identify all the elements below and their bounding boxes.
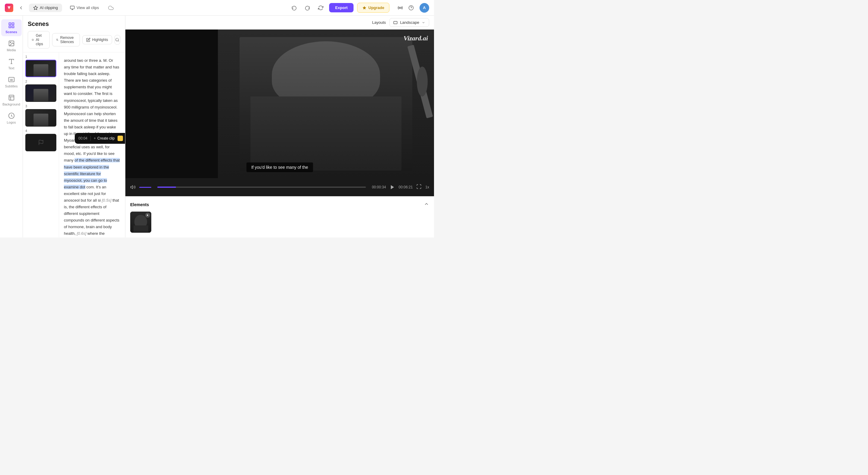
video-area: Vizard.ai If you'd like to see many of t… <box>125 30 434 196</box>
svg-marker-25 <box>147 214 149 216</box>
scenes-title: Scenes <box>28 21 120 27</box>
transcript-p1: around two or three a. M. Or any time fo… <box>64 57 120 238</box>
left-sidebar: Scenes Media Text Subtitles Background <box>0 16 23 238</box>
scenes-body: 1 2 <box>23 53 125 238</box>
scenes-header: Scenes Get AI clips Remove Silences High… <box>23 16 125 53</box>
video-frame: Vizard.ai If you'd like to see many of t… <box>125 30 434 178</box>
elements-title: Elements <box>130 202 149 207</box>
video-caption: If you'd like to see many of the <box>247 162 313 172</box>
svg-point-19 <box>116 38 119 41</box>
ai-clipping-tab[interactable]: AI clipping <box>29 4 62 12</box>
highlights-button[interactable]: Highlights <box>82 35 112 44</box>
create-clip-popup-button[interactable]: + Create clip <box>94 135 115 141</box>
highlighted-text-1: of the different effects that have been … <box>64 158 120 189</box>
scenes-toolbar: Get AI clips Remove Silences Highlights <box>28 31 120 49</box>
svg-marker-23 <box>131 186 133 189</box>
media-icon <box>8 40 15 47</box>
video-watermark: Vizard.ai <box>404 34 428 42</box>
back-button[interactable] <box>17 4 25 12</box>
progress-bar[interactable] <box>157 187 366 188</box>
svg-marker-2 <box>363 6 366 9</box>
scene-thumb-3 <box>25 109 56 127</box>
undo-button[interactable] <box>289 3 299 13</box>
upgrade-button[interactable]: Upgrade <box>357 3 390 13</box>
redo-button[interactable] <box>303 3 312 13</box>
svg-rect-7 <box>12 23 13 25</box>
svg-rect-8 <box>9 26 10 28</box>
play-button[interactable] <box>390 185 395 190</box>
scene-item-1[interactable]: 1 <box>25 55 56 77</box>
help-icon[interactable] <box>406 3 416 13</box>
export-button[interactable]: Export <box>329 3 353 12</box>
svg-rect-9 <box>12 26 13 28</box>
svg-marker-0 <box>33 6 37 10</box>
svg-rect-15 <box>9 95 14 100</box>
elements-header: Elements <box>130 201 429 208</box>
progress-played <box>139 187 151 188</box>
transcript: 00:04 + Create clip ▼ Delete around two … <box>59 53 125 238</box>
scene-thumb-1 <box>25 60 56 77</box>
svg-rect-6 <box>9 23 10 25</box>
scenes-icon <box>8 22 15 29</box>
element-play-icon <box>145 213 150 218</box>
view-all-clips-tab[interactable]: View all clips <box>66 4 103 12</box>
speed-control[interactable]: 1x <box>425 185 429 189</box>
scene-item-2[interactable]: 2 <box>25 80 56 102</box>
time-total: 00:06:21 <box>399 185 413 189</box>
sidebar-item-scenes[interactable]: Scenes <box>1 19 22 36</box>
silence-tag-2: [0.5s] <box>102 198 112 202</box>
scene-item-4[interactable]: 4 <box>25 129 56 151</box>
right-panel: Layouts Landscape <box>125 16 434 238</box>
get-ai-clips-button[interactable]: Get AI clips <box>28 31 50 49</box>
remove-silences-button[interactable]: Remove Silences <box>52 33 80 46</box>
text-icon <box>8 58 15 65</box>
element-original[interactable]: Original <box>130 212 151 233</box>
scenes-list: 1 2 <box>23 53 59 238</box>
background-icon <box>8 94 15 101</box>
search-button[interactable] <box>115 35 120 44</box>
svg-rect-1 <box>70 6 74 9</box>
right-panel-header: Layouts Landscape <box>125 16 434 30</box>
sidebar-item-logos[interactable]: Logos <box>1 110 22 127</box>
sidebar-item-subtitles[interactable]: Subtitles <box>1 73 22 90</box>
fullscreen-button[interactable] <box>416 184 422 190</box>
app-logo <box>5 4 13 12</box>
volume-button[interactable] <box>130 185 135 190</box>
scene-thumb-2 <box>25 85 56 102</box>
landscape-select[interactable]: Landscape <box>390 18 429 27</box>
logos-icon <box>8 112 15 119</box>
svg-marker-17 <box>32 39 34 41</box>
settings-icon[interactable] <box>396 3 405 13</box>
sidebar-item-text[interactable]: Text <box>1 56 22 72</box>
main-area: Scenes Media Text Subtitles Background <box>0 16 434 238</box>
popup-time: 00:04 <box>79 135 87 141</box>
refresh-button[interactable] <box>316 3 326 13</box>
sidebar-item-background[interactable]: Background <box>1 92 22 108</box>
svg-rect-22 <box>394 21 398 24</box>
scenes-panel: Scenes Get AI clips Remove Silences High… <box>23 16 125 238</box>
video-content: Vizard.ai If you'd like to see many of t… <box>125 30 434 196</box>
color-picker-popup[interactable] <box>118 136 123 141</box>
topbar: AI clipping View all clips Export Upgrad… <box>0 0 434 16</box>
elements-section: Elements Original <box>125 196 434 238</box>
selection-popup: 00:04 + Create clip ▼ Delete <box>75 133 125 144</box>
scene-item-3[interactable]: 3 <box>25 104 56 127</box>
popup-divider <box>90 136 91 141</box>
sidebar-item-media[interactable]: Media <box>1 37 22 54</box>
svg-marker-24 <box>391 185 394 189</box>
layouts-label: Layouts <box>372 20 386 25</box>
progress-fill <box>157 187 176 188</box>
cloud-icon <box>107 4 115 12</box>
elements-list: Original <box>130 212 429 233</box>
user-avatar[interactable]: A <box>420 3 429 13</box>
svg-line-20 <box>118 41 119 41</box>
silence-tag-3: [0.6s] <box>77 231 87 236</box>
scene-thumb-4 <box>25 134 56 151</box>
svg-point-11 <box>10 42 11 43</box>
subtitles-icon <box>8 76 15 83</box>
time-current: 00:00:34 <box>372 185 386 189</box>
video-controls: 00:00:34 00:06:21 1x <box>125 178 434 196</box>
svg-point-3 <box>400 7 401 8</box>
elements-chevron-icon[interactable] <box>424 201 429 208</box>
